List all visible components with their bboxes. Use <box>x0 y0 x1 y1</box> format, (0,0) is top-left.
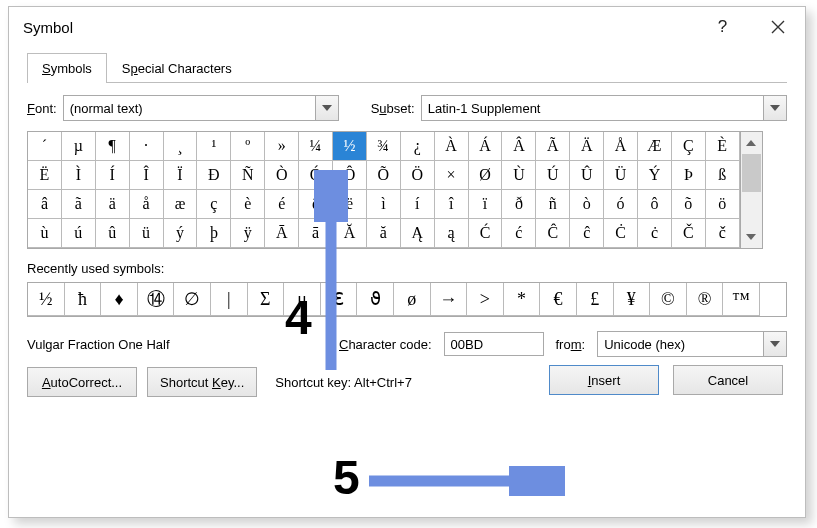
symbol-cell[interactable]: è <box>231 190 265 219</box>
char-code-input[interactable] <box>444 332 544 356</box>
symbol-cell[interactable]: ą <box>435 219 469 248</box>
symbol-cell[interactable]: þ <box>197 219 231 248</box>
symbol-cell[interactable]: ï <box>469 190 503 219</box>
scroll-thumb[interactable] <box>742 154 761 192</box>
symbol-cell[interactable]: ¸ <box>164 132 198 161</box>
font-combo[interactable] <box>63 95 339 121</box>
symbol-cell[interactable]: Á <box>469 132 503 161</box>
recent-symbol-cell[interactable]: ø <box>394 283 431 316</box>
symbol-cell[interactable]: ¼ <box>299 132 333 161</box>
symbol-cell[interactable]: å <box>130 190 164 219</box>
symbol-cell[interactable]: Ä <box>570 132 604 161</box>
symbol-cell[interactable]: Ã <box>536 132 570 161</box>
symbol-cell[interactable]: õ <box>672 190 706 219</box>
symbol-cell[interactable]: ü <box>130 219 164 248</box>
symbol-cell[interactable]: ¿ <box>401 132 435 161</box>
recent-symbol-cell[interactable]: ħ <box>65 283 102 316</box>
symbol-cell[interactable]: Ù <box>502 161 536 190</box>
symbol-cell[interactable]: Ò <box>265 161 299 190</box>
symbol-cell[interactable]: Ï <box>164 161 198 190</box>
symbol-cell[interactable]: Õ <box>367 161 401 190</box>
symbol-cell[interactable]: Ð <box>197 161 231 190</box>
symbol-cell[interactable]: À <box>435 132 469 161</box>
symbol-cell[interactable]: ð <box>502 190 536 219</box>
close-button[interactable] <box>750 7 805 47</box>
recent-symbol-cell[interactable]: ¥ <box>614 283 651 316</box>
symbol-cell[interactable]: Ą <box>401 219 435 248</box>
symbol-cell[interactable]: ú <box>62 219 96 248</box>
symbol-cell[interactable]: Ì <box>62 161 96 190</box>
symbol-grid[interactable]: ´µ¶·¸¹º»¼½¾¿ÀÁÂÃÄÅÆÇÈËÌÍÎÏÐÑÒÓÔÕÖ×ØÙÚÛÜÝ… <box>27 131 741 249</box>
symbol-cell[interactable]: Ú <box>536 161 570 190</box>
symbol-cell[interactable]: ¹ <box>197 132 231 161</box>
symbol-cell[interactable]: º <box>231 132 265 161</box>
symbol-cell[interactable]: ½ <box>333 132 367 161</box>
autocorrect-button[interactable]: AutoCorrect... <box>27 367 137 397</box>
symbol-cell[interactable]: Ý <box>638 161 672 190</box>
symbol-cell[interactable]: Æ <box>638 132 672 161</box>
symbol-cell[interactable]: ý <box>164 219 198 248</box>
symbol-cell[interactable]: ì <box>367 190 401 219</box>
symbol-cell[interactable]: ä <box>96 190 130 219</box>
symbol-cell[interactable]: » <box>265 132 299 161</box>
cancel-button[interactable]: Cancel <box>673 365 783 395</box>
symbol-cell[interactable]: Å <box>604 132 638 161</box>
symbol-cell[interactable]: Ç <box>672 132 706 161</box>
symbol-cell[interactable]: ç <box>197 190 231 219</box>
symbol-cell[interactable]: ò <box>570 190 604 219</box>
symbol-cell[interactable]: ´ <box>28 132 62 161</box>
symbol-grid-scrollbar[interactable] <box>741 131 763 249</box>
recent-symbol-cell[interactable]: £ <box>577 283 614 316</box>
symbol-cell[interactable]: Ć <box>469 219 503 248</box>
recent-symbol-cell[interactable]: € <box>540 283 577 316</box>
symbol-cell[interactable]: Ü <box>604 161 638 190</box>
symbol-cell[interactable]: ć <box>502 219 536 248</box>
subset-combo[interactable] <box>421 95 787 121</box>
symbol-cell[interactable]: ö <box>706 190 740 219</box>
symbol-cell[interactable]: Č <box>672 219 706 248</box>
symbol-cell[interactable]: Ĉ <box>536 219 570 248</box>
symbol-cell[interactable]: È <box>706 132 740 161</box>
recent-symbol-cell[interactable]: * <box>504 283 541 316</box>
scroll-down-button[interactable] <box>741 226 762 248</box>
from-input[interactable] <box>597 331 763 357</box>
symbol-cell[interactable]: Ñ <box>231 161 265 190</box>
recent-symbol-cell[interactable]: ∅ <box>174 283 211 316</box>
symbol-cell[interactable]: ¾ <box>367 132 401 161</box>
scroll-track[interactable] <box>741 154 762 226</box>
symbol-cell[interactable]: č <box>706 219 740 248</box>
tab-symbols[interactable]: Symbols <box>27 53 107 82</box>
symbol-cell[interactable]: ß <box>706 161 740 190</box>
symbol-cell[interactable]: Â <box>502 132 536 161</box>
symbol-cell[interactable]: ã <box>62 190 96 219</box>
subset-dropdown-button[interactable] <box>763 95 787 121</box>
symbol-cell[interactable]: û <box>96 219 130 248</box>
recent-symbol-cell[interactable]: → <box>431 283 468 316</box>
scroll-up-button[interactable] <box>741 132 762 154</box>
recent-symbol-cell[interactable]: ™ <box>723 283 760 316</box>
symbol-cell[interactable]: Í <box>96 161 130 190</box>
recent-symbol-cell[interactable]: ♦ <box>101 283 138 316</box>
symbol-cell[interactable]: ă <box>367 219 401 248</box>
recent-symbol-cell[interactable]: Σ <box>248 283 285 316</box>
recent-symbol-cell[interactable]: > <box>467 283 504 316</box>
symbol-cell[interactable]: ÿ <box>231 219 265 248</box>
symbol-cell[interactable]: Û <box>570 161 604 190</box>
symbol-cell[interactable]: ĉ <box>570 219 604 248</box>
symbol-cell[interactable]: ñ <box>536 190 570 219</box>
symbol-cell[interactable]: Ā <box>265 219 299 248</box>
symbol-cell[interactable]: Ø <box>469 161 503 190</box>
symbol-cell[interactable]: Þ <box>672 161 706 190</box>
symbol-cell[interactable]: · <box>130 132 164 161</box>
recent-symbol-cell[interactable]: ® <box>687 283 724 316</box>
symbol-cell[interactable]: × <box>435 161 469 190</box>
shortcut-key-button[interactable]: Shortcut Key... <box>147 367 257 397</box>
symbol-cell[interactable]: Ċ <box>604 219 638 248</box>
recent-symbol-cell[interactable]: © <box>650 283 687 316</box>
recent-symbol-cell[interactable]: | <box>211 283 248 316</box>
symbol-cell[interactable]: Ë <box>28 161 62 190</box>
from-combo[interactable] <box>597 331 787 357</box>
from-dropdown-button[interactable] <box>763 331 787 357</box>
symbol-cell[interactable]: Î <box>130 161 164 190</box>
recent-symbol-cell[interactable]: ⑭ <box>138 283 175 316</box>
